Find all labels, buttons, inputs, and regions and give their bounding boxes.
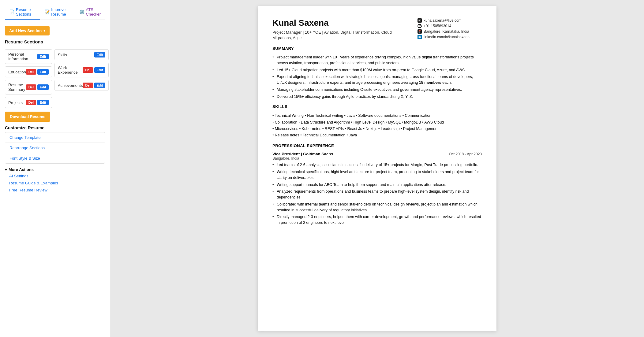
sections-heading: Resume Sections <box>5 39 105 44</box>
job-title-1: Vice President | Goldman Sachs <box>272 152 333 156</box>
email-value: kunalsaxena@live.com <box>424 18 462 23</box>
skills-line-2: • Collaboration • Data Structure and Alg… <box>272 119 482 126</box>
linkedin-icon: in <box>417 35 422 39</box>
skills-title: SKILLS <box>272 104 482 110</box>
section-label-projects: Projects <box>8 100 26 105</box>
contact-linkedin: in linkedin.com/in/kunalsaxena <box>417 35 470 39</box>
resume-contact: ✉ kunalsaxena@live.com ☎ +91 1505893014 … <box>417 18 482 39</box>
tab-ats-checker[interactable]: ⚙️ ATS Checker <box>75 5 105 20</box>
sections-grid: Personal Information Edit Education Del … <box>5 49 105 108</box>
linkedin-value: linkedin.com/in/kunalsaxena <box>424 35 470 39</box>
skills-line-3: • Microservices • Kubernetes • REST APIs… <box>272 126 482 132</box>
job-entry-1: Vice President | Goldman Sachs Oct 2018 … <box>272 152 482 226</box>
section-item-resume-summary: Resume Summary Del Edit <box>5 80 52 94</box>
section-label-education: Education <box>8 70 26 74</box>
edit-work-experience-button[interactable]: Edit <box>94 67 106 73</box>
section-actions-projects: Del Edit <box>26 100 49 105</box>
section-label-resume-summary: Resume Summary <box>8 83 26 92</box>
del-education-button[interactable]: Del <box>26 69 36 75</box>
skills-section: SKILLS • Technical Writing • Non Technic… <box>272 104 482 139</box>
summary-bullet-3: Expert at aligning technical execution w… <box>272 74 482 86</box>
resume-header: Kunal Saxena Project Manager | 10+ YOE |… <box>272 18 482 41</box>
ai-settings-link[interactable]: AI Settings <box>5 173 105 179</box>
job-bullet-1-1: Led teams of 2-6 analysis, associates in… <box>272 162 482 168</box>
edit-skills-button[interactable]: Edit <box>94 52 106 57</box>
edit-personal-info-button[interactable]: Edit <box>37 54 49 59</box>
location-value: Bangalore, Karnataka, India <box>424 29 469 34</box>
job-bullet-1-4: Analyzed requirements from operations an… <box>272 189 482 200</box>
font-style-size-item[interactable]: Font Style & Size <box>5 153 105 163</box>
edit-achievements-button[interactable]: Edit <box>94 83 106 88</box>
section-actions-resume-summary: Del Edit <box>26 84 49 90</box>
download-resume-button[interactable]: Download Resume <box>5 112 50 122</box>
section-item-work-experience: Work Experience Del Edit <box>54 63 109 77</box>
resume-subtitle: Project Manager | 10+ YOE | Aviation, Di… <box>272 30 401 41</box>
job-dates-1: Oct 2018 - Apr 2023 <box>449 152 482 156</box>
ats-checker-icon: ⚙️ <box>79 9 84 14</box>
del-projects-button[interactable]: Del <box>26 100 36 105</box>
del-achievements-button[interactable]: Del <box>83 83 93 88</box>
edit-projects-button[interactable]: Edit <box>37 100 49 105</box>
contact-phone: ☎ +91 1505893014 <box>417 24 451 28</box>
phone-icon: ☎ <box>417 24 422 28</box>
tab-improve-resume[interactable]: 📝 Improve Resume <box>40 5 75 20</box>
edit-education-button[interactable]: Edit <box>37 69 49 75</box>
contact-location: 📍 Bangalore, Karnataka, India <box>417 29 469 34</box>
summary-bullet-2: Led 15+ Cloud migration projects with mo… <box>272 67 482 73</box>
summary-title: SUMMARY <box>272 46 482 52</box>
improve-resume-icon: 📝 <box>44 9 50 14</box>
section-item-education: Education Del Edit <box>5 66 52 77</box>
skills-line-4: • Release notes • Technical Documentatio… <box>272 132 482 139</box>
section-actions-skills: Edit <box>94 52 106 57</box>
phone-value: +91 1505893014 <box>424 24 451 28</box>
job-bullet-1-2: Writing technical specifications, hight … <box>272 169 482 181</box>
resume-sections-icon: 📄 <box>9 9 14 14</box>
section-item-achievements: Achievements Del Edit <box>54 80 109 91</box>
job-bullet-1-3: Writing support manuals for ABO Team to … <box>272 182 482 188</box>
summary-section: SUMMARY Project management leader with 1… <box>272 46 482 99</box>
add-new-section-button[interactable]: Add New Section <box>5 26 50 35</box>
job-bullet-1-5: Collborated with internal teams and seni… <box>272 202 482 213</box>
section-label-personal-info: Personal Information <box>8 52 37 61</box>
edit-resume-summary-button[interactable]: Edit <box>37 84 49 90</box>
left-sections-column: Personal Information Edit Education Del … <box>5 49 52 108</box>
job-header-1: Vice President | Goldman Sachs Oct 2018 … <box>272 152 482 156</box>
section-actions-work-experience: Del Edit <box>83 67 105 73</box>
section-actions-achievements: Del Edit <box>83 83 105 88</box>
customize-heading: Customize Resume <box>5 125 105 130</box>
summary-bullets: Project management leader with 10+ years… <box>272 54 482 99</box>
job-location-1: Bangalore, India <box>272 156 482 161</box>
experience-section: PROFESSIONAL EXPERIENCE Vice President |… <box>272 143 482 226</box>
skills-line-1: • Technical Writing • Non Technical writ… <box>272 113 482 119</box>
resume-guide-link[interactable]: Resume Guide & Examples <box>5 180 105 186</box>
section-label-work-experience: Work Experience <box>58 65 83 75</box>
tabs-bar: 📄 Resume Sections 📝 Improve Resume ⚙️ AT… <box>5 5 105 20</box>
contact-email: ✉ kunalsaxena@live.com <box>417 18 462 23</box>
location-icon: 📍 <box>417 29 422 34</box>
more-actions-toggle[interactable]: ▾ More Actions <box>5 167 105 172</box>
email-icon: ✉ <box>417 18 422 23</box>
summary-bullet-1: Project management leader with 10+ years… <box>272 54 482 66</box>
resume-identity: Kunal Saxena Project Manager | 10+ YOE |… <box>272 18 401 41</box>
section-item-personal-info: Personal Information Edit <box>5 49 52 64</box>
right-sections-column: Skills Edit Work Experience Del Edit Ach… <box>54 49 109 108</box>
job-bullets-1: Led teams of 2-6 analysis, associates in… <box>272 162 482 226</box>
resume-paper: Kunal Saxena Project Manager | 10+ YOE |… <box>258 6 496 331</box>
section-actions-education: Del Edit <box>26 69 49 75</box>
resume-name: Kunal Saxena <box>272 18 401 28</box>
summary-bullet-5: Delivered 15%+ efficiency gains through … <box>272 94 482 100</box>
del-work-experience-button[interactable]: Del <box>83 67 93 73</box>
section-item-projects: Projects Del Edit <box>5 97 52 108</box>
section-actions-personal-info: Edit <box>37 54 49 59</box>
tab-resume-sections[interactable]: 📄 Resume Sections <box>5 5 40 20</box>
chevron-down-icon: ▾ <box>5 167 7 172</box>
change-template-item[interactable]: Change Template <box>5 132 105 143</box>
del-resume-summary-button[interactable]: Del <box>26 84 36 90</box>
customize-list: Change Template Rearrange Sections Font … <box>5 132 105 164</box>
customize-resume-section: Customize Resume Change Template Rearran… <box>5 125 105 164</box>
free-resume-review-link[interactable]: Free Resume Review <box>5 187 105 193</box>
experience-title: PROFESSIONAL EXPERIENCE <box>272 143 482 149</box>
left-panel: 📄 Resume Sections 📝 Improve Resume ⚙️ AT… <box>0 0 110 337</box>
section-label-achievements: Achievements <box>58 83 83 88</box>
rearrange-sections-item[interactable]: Rearrange Sections <box>5 143 105 153</box>
